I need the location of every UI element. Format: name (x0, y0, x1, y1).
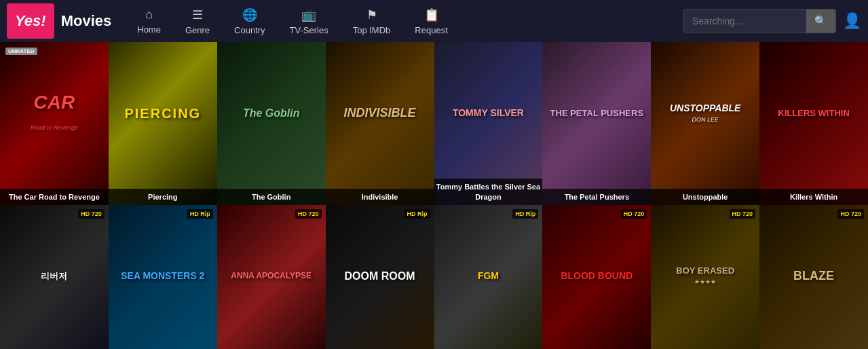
request-label: Request (415, 25, 447, 35)
movie-art-revenger: 리버저 (0, 205, 109, 348)
movie-card-indivisible[interactable]: INDIVISIBLEIndivisible (326, 42, 434, 205)
movie-poster-seamonsters: SEA MONSTERS 2HD RipSea Monsters 2 (109, 205, 217, 349)
movie-title-killers: Killers Within (759, 189, 868, 205)
genre-label: Genre (185, 25, 210, 35)
movie-card-revenger[interactable]: 리버저HD 720Revenger (0, 205, 109, 349)
movie-title-unstoppable: Unstoppable (651, 189, 759, 205)
movie-title-goblin: The Goblin (217, 189, 326, 205)
movie-poster-doomroom: DOOM ROOMHD RipDoom Room (326, 205, 434, 349)
movie-poster-goblin: The GoblinThe Goblin (217, 42, 326, 205)
movie-art-petal: THE PETAL PUSHERS (542, 42, 651, 185)
quality-badge-fgm: HD Rip (512, 209, 538, 219)
movie-art-indivisible: INDIVISIBLE (326, 42, 434, 185)
movie-card-doomroom[interactable]: DOOM ROOMHD RipDoom Room (326, 205, 434, 349)
movie-row-row1: CARRoad to RevengeUNRATEDThe Car Road to… (0, 42, 868, 205)
movie-art-killers: KILLERS WITHIN (759, 42, 868, 185)
unrated-badge-car: UNRATED (5, 48, 37, 55)
movie-card-piercing[interactable]: PIERCINGPiercing (109, 42, 217, 205)
quality-badge-revenger: HD 720 (78, 209, 105, 219)
movie-card-bloodbound[interactable]: BLOOD BOUNDHD 720Blood Bound (542, 205, 651, 349)
movie-art-boyerased: BOY ERASED★★★★ (651, 205, 759, 348)
quality-badge-anna: HD 720 (295, 209, 322, 219)
movie-title-tommy: Tommy Battles the Silver Sea Dragon (434, 179, 543, 205)
movie-card-car[interactable]: CARRoad to RevengeUNRATEDThe Car Road to… (0, 42, 109, 205)
movie-poster-boyerased: BOY ERASED★★★★HD 720Boy Erased (651, 205, 759, 349)
movie-card-boyerased[interactable]: BOY ERASED★★★★HD 720Boy Erased (651, 205, 759, 349)
logo-yes[interactable]: Yes! (7, 3, 54, 39)
quality-badge-blaze: HD 720 (837, 209, 864, 219)
header: Yes! Movies ⌂Home☰Genre🌐Country📺TV-Serie… (0, 0, 868, 42)
country-label: Country (234, 25, 265, 35)
movie-title-piercing: Piercing (109, 189, 217, 205)
movie-card-blaze[interactable]: BLAZEHD 720Blaze (759, 205, 868, 349)
movie-art-doomroom: DOOM ROOM (326, 205, 434, 348)
movie-art-unstoppable: UNSTOPPABLEDON LEE (651, 42, 759, 185)
movie-poster-fgm: FGMHD RipThe FGM Detectives (434, 205, 543, 349)
nav-item-country[interactable]: 🌐Country (222, 0, 278, 42)
user-icon[interactable]: 👤 (843, 12, 861, 30)
movie-title-petal: The Petal Pushers (542, 189, 651, 205)
home-icon: ⌂ (145, 7, 153, 22)
movie-poster-killers: KILLERS WITHINKillers Within (759, 42, 868, 205)
movie-poster-petal: THE PETAL PUSHERSThe Petal Pushers (542, 42, 651, 205)
movie-card-petal[interactable]: THE PETAL PUSHERSThe Petal Pushers (542, 42, 651, 205)
movie-card-fgm[interactable]: FGMHD RipThe FGM Detectives (434, 205, 543, 349)
movie-card-seamonsters[interactable]: SEA MONSTERS 2HD RipSea Monsters 2 (109, 205, 217, 349)
nav-item-genre[interactable]: ☰Genre (173, 0, 222, 42)
nav-item-tv-series[interactable]: 📺TV-Series (278, 0, 341, 42)
home-label: Home (137, 24, 161, 35)
movie-art-car: CARRoad to Revenge (0, 42, 109, 185)
movie-poster-anna: ANNA APOCALYPSEHD 720Anna and the Apocal… (217, 205, 326, 349)
movie-art-blaze: BLAZE (759, 205, 868, 348)
movie-poster-tommy: TOMMY SILVERTommy Battles the Silver Sea… (434, 42, 543, 205)
movie-art-bloodbound: BLOOD BOUND (542, 205, 651, 348)
movie-poster-revenger: 리버저HD 720Revenger (0, 205, 109, 349)
search-box: 🔍 (683, 9, 836, 33)
logo-movies-text[interactable]: Movies (61, 12, 112, 30)
movie-card-unstoppable[interactable]: UNSTOPPABLEDON LEEUnstoppable (651, 42, 759, 205)
movies-container: CARRoad to RevengeUNRATEDThe Car Road to… (0, 42, 868, 349)
top-imdb-label: Top IMDb (353, 25, 391, 35)
nav-item-top-imdb[interactable]: ⚑Top IMDb (341, 0, 403, 42)
search-area: 🔍 👤 (683, 9, 861, 33)
movie-poster-indivisible: INDIVISIBLEIndivisible (326, 42, 434, 205)
movie-row-row2: 리버저HD 720RevengerSEA MONSTERS 2HD RipSea… (0, 205, 868, 349)
movie-art-goblin: The Goblin (217, 42, 326, 185)
nav-item-request[interactable]: 📋Request (402, 0, 459, 42)
movie-art-fgm: FGM (434, 205, 543, 348)
movie-poster-bloodbound: BLOOD BOUNDHD 720Blood Bound (542, 205, 651, 349)
movie-art-anna: ANNA APOCALYPSE (217, 205, 326, 348)
nav-item-home[interactable]: ⌂Home (125, 0, 173, 42)
movies-grid: CARRoad to RevengeUNRATEDThe Car Road to… (0, 42, 868, 349)
movie-poster-blaze: BLAZEHD 720Blaze (759, 205, 868, 349)
movie-poster-unstoppable: UNSTOPPABLEDON LEEUnstoppable (651, 42, 759, 205)
quality-badge-doomroom: HD Rip (404, 209, 430, 219)
search-button[interactable]: 🔍 (806, 10, 835, 33)
quality-badge-bloodbound: HD 720 (621, 209, 647, 219)
tv-series-label: TV-Series (290, 25, 328, 35)
quality-badge-boyerased: HD 720 (730, 209, 756, 219)
country-icon: 🌐 (242, 7, 257, 22)
top-imdb-icon: ⚑ (366, 7, 377, 22)
request-icon: 📋 (424, 7, 439, 22)
movie-poster-piercing: PIERCINGPiercing (109, 42, 217, 205)
tv-series-icon: 📺 (301, 7, 316, 22)
genre-icon: ☰ (192, 7, 203, 22)
movie-poster-car: CARRoad to RevengeUNRATEDThe Car Road to… (0, 42, 109, 205)
logo-yes-text: Yes! (15, 12, 46, 30)
movie-title-car: The Car Road to Revenge (0, 189, 109, 205)
movie-card-anna[interactable]: ANNA APOCALYPSEHD 720Anna and the Apocal… (217, 205, 326, 349)
search-input[interactable] (684, 10, 806, 32)
movie-art-seamonsters: SEA MONSTERS 2 (109, 205, 217, 348)
quality-badge-seamonsters: HD Rip (187, 209, 213, 219)
movie-art-piercing: PIERCING (109, 42, 217, 185)
main-nav: ⌂Home☰Genre🌐Country📺TV-Series⚑Top IMDb📋R… (125, 0, 683, 42)
movie-card-killers[interactable]: KILLERS WITHINKillers Within (759, 42, 868, 205)
movie-title-indivisible: Indivisible (326, 189, 434, 205)
movie-art-tommy: TOMMY SILVER (434, 42, 543, 185)
movie-card-tommy[interactable]: TOMMY SILVERTommy Battles the Silver Sea… (434, 42, 543, 205)
movie-card-goblin[interactable]: The GoblinThe Goblin (217, 42, 326, 205)
